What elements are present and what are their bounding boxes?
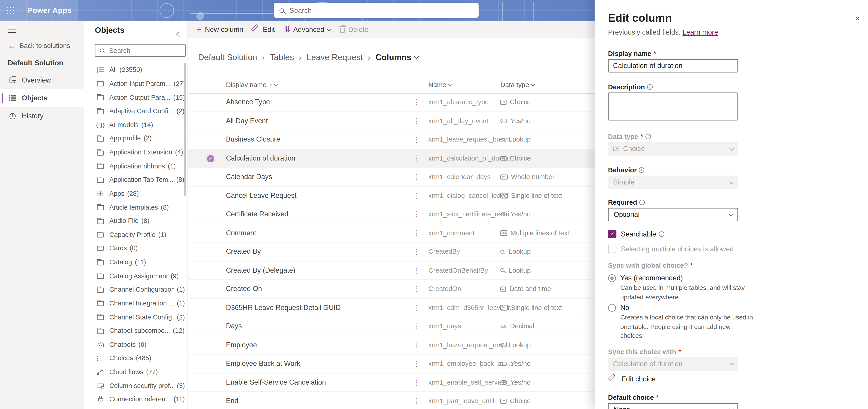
hamburger-menu-icon[interactable] [8, 27, 16, 33]
edit-button[interactable]: Edit [253, 26, 275, 33]
objects-list-item-channel-integration[interactable]: Channel Integration ...(1) [84, 296, 187, 310]
app-launcher-waffle-icon[interactable] [7, 7, 14, 14]
table-row[interactable]: Comment⋮xrm1_commentAbcMultiple lines of… [188, 224, 595, 243]
objects-list-item-connection-referen[interactable]: Connection referen...(11) [84, 392, 187, 406]
objects-list-item-column-security-prof[interactable]: Column security prof...(3) [84, 379, 187, 392]
row-menu-button[interactable]: ⋮ [411, 246, 422, 257]
collapse-panel-button[interactable] [177, 28, 181, 38]
table-row[interactable]: ✓Calculation of duration⋮xrm1_calculatio… [188, 149, 595, 168]
sidebar-item-objects[interactable]: Objects [0, 89, 84, 107]
objects-list-item-application-extension[interactable]: Application Extension(4) [84, 146, 187, 159]
objects-list-item-cloud-flows[interactable]: Cloud flows(77) [84, 365, 187, 379]
row-menu-button[interactable]: ⋮ [411, 153, 422, 163]
objects-list-item-connection-roles[interactable]: Connection roles(36) [84, 406, 187, 409]
breadcrumb-item-tables[interactable]: Tables [270, 53, 294, 62]
row-menu-button[interactable]: ⋮ [411, 321, 422, 332]
breadcrumb-item-table[interactable]: Leave Request [307, 53, 363, 62]
breadcrumb-item-solution[interactable]: Default Solution [198, 53, 257, 62]
edit-choice-button[interactable]: Edit choice [610, 375, 855, 383]
objects-list-item-application-ribbons[interactable]: Application ribbons(1) [84, 159, 187, 173]
objects-list-item-catalog-assignment[interactable]: Catalog Assignment(9) [84, 269, 187, 283]
table-row[interactable]: Created On⋮CreatedOnDate and time [188, 280, 595, 299]
learn-more-link[interactable]: Learn more [682, 29, 718, 36]
column-header-data-type[interactable]: Data type [500, 81, 534, 89]
row-menu-button[interactable]: ⋮ [411, 377, 422, 388]
app-title[interactable]: Power Apps [27, 6, 72, 14]
objects-list-item-capacity-profile[interactable]: Capacity Profile(1) [84, 228, 187, 242]
objects-list-item-chatbot-subcompo[interactable]: Chatbot subcompo...(12) [84, 324, 187, 338]
objects-list-item-application-tab-tem[interactable]: Application Tab Tem...(8) [84, 173, 187, 187]
multi-select-checkbox-row[interactable]: Selecting multiple choices is allowed [608, 245, 855, 253]
objects-search-input[interactable] [108, 46, 181, 55]
objects-list-item-cards[interactable]: Cards(0) [84, 242, 187, 255]
column-header-name[interactable]: Name [429, 81, 452, 89]
info-icon[interactable] [645, 134, 651, 139]
table-row[interactable]: Business Closure⋮xrm1_leave_request_busi… [188, 130, 595, 149]
objects-list-item-apps[interactable]: Apps(28) [84, 187, 187, 200]
objects-list-item-catalog[interactable]: Catalog(11) [84, 255, 187, 269]
info-icon[interactable] [639, 200, 645, 205]
objects-list-item-all[interactable]: All(23550) [84, 63, 187, 77]
objects-list-item-ai-models[interactable]: AI models(14) [84, 118, 187, 132]
breadcrumb-current-columns[interactable]: Columns [375, 53, 411, 62]
row-menu-button[interactable]: ⋮ [411, 284, 422, 294]
global-search-box[interactable] [274, 3, 479, 18]
objects-search-box[interactable] [95, 44, 186, 57]
table-row[interactable]: D365HR Leave Request Detail GUID⋮xrm1_cd… [188, 299, 595, 317]
searchable-checkbox-row[interactable]: ✓ Searchable [608, 230, 855, 238]
info-icon[interactable] [659, 231, 664, 237]
objects-list-item-action-output-para[interactable]: Action Output Para...(15) [84, 90, 187, 104]
table-row[interactable]: Certificate Received⋮xrm1_sick_certifica… [188, 205, 595, 224]
row-menu-button[interactable]: ⋮ [411, 340, 422, 350]
objects-list-item-article-templates[interactable]: Article templates(8) [84, 200, 187, 214]
sidebar-item-history[interactable]: History [0, 107, 84, 125]
row-menu-button[interactable]: ⋮ [411, 209, 422, 220]
behavior-dropdown[interactable]: Simple [608, 176, 738, 189]
objects-list-item-choices[interactable]: Choices(485) [84, 351, 187, 365]
back-to-solutions-button[interactable]: ← Back to solutions [8, 42, 70, 50]
objects-list-item-app-profile[interactable]: App profile(2) [84, 132, 187, 146]
info-icon[interactable] [639, 167, 645, 173]
objects-scrollbar-thumb[interactable] [184, 63, 186, 196]
data-type-dropdown[interactable]: Choice [608, 142, 738, 156]
checkbox-checked-icon[interactable]: ✓ [608, 230, 616, 238]
table-row[interactable]: Employee⋮xrm1_leave_request_empl...Looku… [188, 336, 595, 355]
objects-list-item-channel-configuration[interactable]: Channel Configuration(1) [84, 283, 187, 296]
sync-no-radio-row[interactable]: No [608, 304, 855, 312]
sidebar-item-overview[interactable]: Overview [0, 71, 84, 89]
row-menu-button[interactable]: ⋮ [411, 265, 422, 276]
table-row[interactable]: Created By (Delegate)⋮CreatedOnBehalfByL… [188, 261, 595, 280]
objects-list-item-action-input-param[interactable]: Action Input Param...(27) [84, 76, 187, 90]
row-menu-button[interactable]: ⋮ [411, 171, 422, 182]
sync-this-choice-with-dropdown[interactable]: Calculation of duration [608, 357, 738, 370]
table-row[interactable]: Employee Back at Work⋮xrm1_employee_back… [188, 354, 595, 373]
table-row[interactable]: Calendar Days⋮xrm1_calendar_days123Whole… [188, 168, 595, 187]
objects-list-item-audio-file[interactable]: Audio File(8) [84, 214, 187, 228]
table-row[interactable]: Created By⋮CreatedByLookup [188, 243, 595, 261]
table-row[interactable]: Enable Self-Service Cancelation⋮xrm1_ena… [188, 373, 595, 392]
global-search-input[interactable] [288, 6, 473, 15]
delete-button[interactable]: Delete [340, 26, 369, 33]
new-column-button[interactable]: + New column [196, 26, 243, 33]
row-menu-button[interactable]: ⋮ [411, 190, 422, 201]
required-dropdown[interactable]: Optional [608, 208, 738, 221]
row-menu-button[interactable]: ⋮ [411, 358, 422, 369]
table-row[interactable]: End⋮xrm1_part_leave_untilChoice [188, 392, 595, 409]
default-choice-dropdown[interactable]: None [608, 403, 738, 409]
row-menu-button[interactable]: ⋮ [411, 134, 422, 145]
table-row[interactable]: Days⋮xrm1_days0.0Decimal [188, 317, 595, 336]
objects-list-item-channel-state-config[interactable]: Channel State Config...(2) [84, 310, 187, 324]
row-menu-button[interactable]: ⋮ [411, 228, 422, 238]
row-menu-button[interactable]: ⋮ [411, 396, 422, 406]
table-row[interactable]: Absence Type⋮xrm1_absence_typeChoice [188, 93, 595, 112]
info-icon[interactable] [647, 84, 653, 90]
row-menu-button[interactable]: ⋮ [411, 302, 422, 313]
objects-list-item-adaptive-card-confi[interactable]: Adaptive Card Confi...(2) [84, 104, 187, 118]
checkbox-unchecked-icon[interactable] [608, 245, 616, 253]
table-row[interactable]: All Day Event⋮xrm1_all_day_eventYes/no [188, 112, 595, 130]
radio-selected-icon[interactable] [608, 274, 616, 282]
row-menu-button[interactable]: ⋮ [411, 116, 422, 126]
table-row[interactable]: Cancel Leave Request⋮xrm1_dialog_cancel_… [188, 187, 595, 205]
close-icon[interactable]: × [855, 14, 860, 22]
objects-list-item-chatbots[interactable]: Chatbots(0) [84, 338, 187, 351]
